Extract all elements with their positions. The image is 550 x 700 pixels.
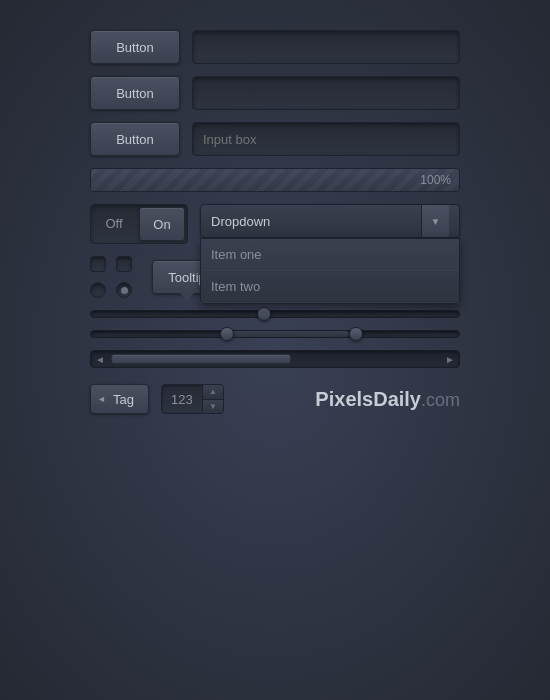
dropdown-container: Dropdown ▼ Item one Item two bbox=[200, 204, 460, 238]
toggle-dropdown-row: Off On Dropdown ▼ Item one Item two bbox=[90, 204, 460, 244]
bottom-row: Tag 123 ▲ ▼ PixelsDaily.com bbox=[90, 384, 460, 414]
progress-label: 100% bbox=[420, 173, 451, 187]
scrollbar-thumb[interactable] bbox=[111, 354, 291, 364]
button-row-1: Button bbox=[90, 30, 460, 64]
radio-2[interactable] bbox=[116, 282, 132, 298]
number-value: 123 bbox=[162, 385, 202, 413]
checkbox-row bbox=[90, 256, 132, 272]
button-1[interactable]: Button bbox=[90, 30, 180, 64]
slider-1-thumb[interactable] bbox=[257, 307, 271, 321]
sliders-section: ◄ ► bbox=[90, 310, 460, 368]
checkboxes-group bbox=[90, 256, 132, 298]
button-2[interactable]: Button bbox=[90, 76, 180, 110]
toggle-off-btn[interactable]: Off bbox=[91, 207, 137, 241]
input-field-3[interactable] bbox=[192, 122, 460, 156]
dropdown-item-1[interactable]: Item one bbox=[201, 239, 459, 271]
scrollbar-right-arrow[interactable]: ► bbox=[441, 351, 459, 367]
checkbox-1[interactable] bbox=[90, 256, 106, 272]
toggle-on-btn[interactable]: On bbox=[139, 207, 185, 241]
tag-button[interactable]: Tag bbox=[90, 384, 149, 414]
radio-1[interactable] bbox=[90, 282, 106, 298]
progress-bar-fill bbox=[91, 169, 459, 191]
scrollbar-left-arrow[interactable]: ◄ bbox=[91, 351, 109, 367]
number-down-btn[interactable]: ▼ bbox=[203, 400, 223, 414]
button-row-2: Button bbox=[90, 76, 460, 110]
dropdown-menu: Item one Item two bbox=[200, 238, 460, 304]
dropdown-arrow-icon: ▼ bbox=[421, 205, 449, 237]
scrollbar[interactable]: ◄ ► bbox=[90, 350, 460, 368]
button-3[interactable]: Button bbox=[90, 122, 180, 156]
brand: PixelsDaily.com bbox=[315, 388, 460, 411]
slider-1-track[interactable] bbox=[90, 310, 460, 318]
input-field-1[interactable] bbox=[192, 30, 460, 64]
button-row-3: Button bbox=[90, 122, 460, 156]
slider-2-thumb-right[interactable] bbox=[349, 327, 363, 341]
dropdown-item-2[interactable]: Item two bbox=[201, 271, 459, 303]
scrollbar-track bbox=[111, 354, 439, 364]
progress-bar-container: 100% bbox=[90, 168, 460, 192]
dropdown-select[interactable]: Dropdown ▼ bbox=[200, 204, 460, 238]
brand-name: PixelsDaily bbox=[315, 388, 421, 410]
brand-tld: .com bbox=[421, 390, 460, 410]
dropdown-label: Dropdown bbox=[211, 214, 270, 229]
number-input-group: 123 ▲ ▼ bbox=[161, 384, 224, 414]
input-field-2[interactable] bbox=[192, 76, 460, 110]
slider-2-range bbox=[220, 331, 349, 337]
slider-2-track[interactable] bbox=[90, 330, 460, 338]
radio-row bbox=[90, 282, 132, 298]
slider-2-thumb-left[interactable] bbox=[220, 327, 234, 341]
checkbox-2[interactable] bbox=[116, 256, 132, 272]
number-arrows: ▲ ▼ bbox=[202, 385, 223, 413]
toggle-group: Off On bbox=[90, 204, 188, 244]
number-up-btn[interactable]: ▲ bbox=[203, 385, 223, 400]
